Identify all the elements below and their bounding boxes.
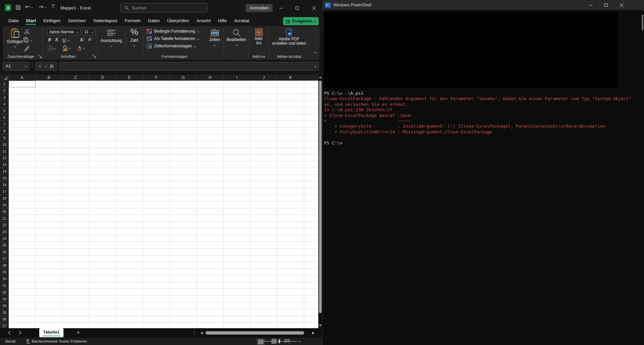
worksheet-cells[interactable] xyxy=(9,81,318,328)
column-header-c[interactable]: C xyxy=(62,75,89,81)
powershell-close-button[interactable] xyxy=(615,1,628,9)
row-header-36[interactable]: 36 xyxy=(0,316,9,322)
accessibility-icon[interactable] xyxy=(26,339,30,344)
row-header-16[interactable]: 16 xyxy=(0,181,9,188)
collapse-ribbon-button[interactable] xyxy=(312,51,319,53)
row-header-14[interactable]: 14 xyxy=(0,168,9,175)
vertical-scrollbar[interactable] xyxy=(318,75,322,328)
vertical-scrollbar-thumb[interactable] xyxy=(319,81,322,313)
row-header-10[interactable]: 10 xyxy=(0,141,9,148)
zoom-out-button[interactable]: − xyxy=(298,339,301,344)
column-header-k[interactable]: K xyxy=(277,75,304,81)
row-header-29[interactable]: 29 xyxy=(0,269,9,275)
row-header-28[interactable]: 28 xyxy=(0,262,9,269)
console-scrollbar-thumb[interactable] xyxy=(642,15,643,30)
normal-view-button[interactable] xyxy=(257,338,265,345)
row-header-7[interactable]: 7 xyxy=(0,121,9,128)
font-size-select[interactable]: 11 xyxy=(82,28,95,36)
excel-minimize-button[interactable] xyxy=(275,3,287,13)
tab-seitenlayout[interactable]: Seitenlayout xyxy=(90,17,121,26)
borders-button[interactable] xyxy=(48,46,56,51)
column-header-h[interactable]: H xyxy=(197,75,224,81)
sheetbar-options-icon[interactable] xyxy=(194,331,195,336)
row-header-8[interactable]: 8 xyxy=(0,128,9,134)
paste-dropdown-icon[interactable] xyxy=(14,45,16,47)
editing-dropdown-icon[interactable] xyxy=(235,44,237,46)
powershell-minimize-button[interactable] xyxy=(584,1,597,9)
tab-hilfe[interactable]: Hilfe xyxy=(214,17,230,26)
excel-maximize-button[interactable] xyxy=(291,3,303,13)
column-header-i[interactable]: I xyxy=(224,75,250,81)
column-header-a[interactable]: A xyxy=(9,75,36,81)
row-header-25[interactable]: 25 xyxy=(0,242,9,249)
row-header-27[interactable]: 27 xyxy=(0,255,9,262)
zoom-slider-track[interactable] xyxy=(264,341,297,342)
row-header-18[interactable]: 18 xyxy=(0,195,9,202)
row-header-31[interactable]: 31 xyxy=(0,282,9,289)
tab-daten[interactable]: Daten xyxy=(144,17,164,26)
confirm-entry-icon[interactable] xyxy=(44,64,48,68)
tab-datei[interactable]: Datei xyxy=(5,17,22,26)
column-header-g[interactable]: G xyxy=(170,75,197,81)
search-input[interactable]: Suchen xyxy=(120,3,208,12)
font-color-button[interactable]: A xyxy=(77,45,85,51)
prev-sheet-icon[interactable] xyxy=(8,331,11,335)
tab-ansicht[interactable]: Ansicht xyxy=(193,17,215,26)
conditional-formatting-button[interactable]: Bedingte Formatierung xyxy=(147,29,199,34)
sheet-tab-tabelle1[interactable]: Tabelle1 xyxy=(39,328,63,337)
formula-expand-icon[interactable] xyxy=(314,65,316,67)
next-sheet-icon[interactable] xyxy=(19,331,21,335)
column-header-d[interactable]: D xyxy=(89,75,116,81)
active-cell-a1[interactable] xyxy=(9,81,36,87)
console-output[interactable]: PS C:\> .\A.ps1Close-ExcelPackage : Fehl… xyxy=(324,91,643,146)
row-header-30[interactable]: 30 xyxy=(0,275,9,282)
share-button[interactable]: Freigeben xyxy=(283,17,319,25)
cancel-entry-icon[interactable] xyxy=(38,64,42,68)
alignment-dropdown-icon[interactable] xyxy=(110,45,112,47)
decrease-font-button[interactable]: A˅ xyxy=(88,37,93,42)
font-name-select[interactable]: Aptos Narrow xyxy=(47,28,81,36)
excel-close-button[interactable] xyxy=(308,3,320,13)
column-header-j[interactable]: J xyxy=(250,75,277,81)
italic-button[interactable]: K xyxy=(55,37,58,43)
row-header-35[interactable]: 35 xyxy=(0,309,9,316)
cells-group[interactable]: Zellen xyxy=(206,26,224,60)
row-header-12[interactable]: 12 xyxy=(0,155,9,161)
column-header-partial[interactable] xyxy=(304,75,318,81)
row-header-11[interactable]: 11 xyxy=(0,148,9,155)
number-dropdown-icon[interactable] xyxy=(133,44,135,46)
cells-dropdown-icon[interactable] xyxy=(214,44,216,46)
save-icon[interactable] xyxy=(15,5,21,10)
namebox-dropdown-icon[interactable] xyxy=(25,65,27,67)
tab-zeichnen[interactable]: Zeichnen xyxy=(64,17,89,26)
row-header-9[interactable]: 9 xyxy=(0,134,9,141)
format-painter-button[interactable] xyxy=(24,46,30,51)
row-header-15[interactable]: 15 xyxy=(0,175,9,181)
formula-input[interactable] xyxy=(59,62,319,71)
powershell-maximize-button[interactable] xyxy=(599,1,613,9)
row-header-22[interactable]: 22 xyxy=(0,222,9,228)
number-group[interactable]: % Zahl xyxy=(126,26,143,60)
accessibility-status[interactable]: Barrierefreiheit: Keine Probleme xyxy=(32,339,87,343)
row-header-3[interactable]: 3 xyxy=(0,94,9,101)
signin-button[interactable]: Anmelden xyxy=(246,4,273,12)
clipboard-dialog-launcher-icon[interactable] xyxy=(38,55,42,58)
font-dialog-launcher-icon[interactable] xyxy=(93,55,96,58)
adobe-group[interactable]: Adobe PDF erstellen und teilen Adobe Acr… xyxy=(269,26,309,60)
name-box[interactable]: A1 xyxy=(3,62,30,71)
row-header-20[interactable]: 20 xyxy=(0,208,9,215)
row-header-17[interactable]: 17 xyxy=(0,188,9,195)
row-header-34[interactable]: 34 xyxy=(0,302,9,309)
hscroll-right-icon[interactable] xyxy=(312,332,314,335)
row-header-5[interactable]: 5 xyxy=(0,107,9,114)
column-header-f[interactable]: F xyxy=(143,75,170,81)
tab-einfügen[interactable]: Einfügen xyxy=(40,17,64,26)
undo-dropdown-icon[interactable] xyxy=(31,6,33,8)
editing-group[interactable]: Bearbeiten xyxy=(224,26,249,60)
copy-button[interactable] xyxy=(24,37,32,43)
redo-button[interactable] xyxy=(38,5,46,9)
cut-button[interactable] xyxy=(24,29,30,34)
excel-app-icon[interactable]: X xyxy=(5,4,11,11)
row-header-26[interactable]: 26 xyxy=(0,249,9,255)
row-header-21[interactable]: 21 xyxy=(0,215,9,222)
